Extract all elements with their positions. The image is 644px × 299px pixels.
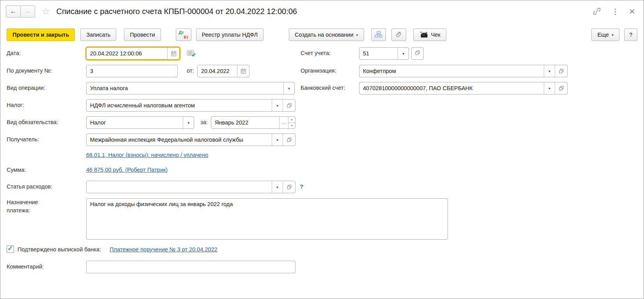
document-form: Дата: Счет учета:: [0, 41, 644, 299]
operation-type-input[interactable]: [87, 82, 283, 94]
organization-label: Организация:: [301, 68, 336, 74]
back-icon: ←: [10, 7, 17, 15]
history-nav: ← →: [6, 5, 35, 18]
tax-label: Налог:: [7, 102, 24, 108]
bank-account-open-button[interactable]: [555, 82, 567, 94]
chevron-down-icon[interactable]: ▾: [272, 181, 283, 193]
forward-icon: →: [25, 7, 31, 15]
settlement-account-link[interactable]: 68.01.1, Налог (взносы): начислено / упл…: [86, 152, 208, 158]
spin-up-icon[interactable]: ▴: [288, 117, 295, 123]
chevron-down-icon[interactable]: ▾: [183, 117, 194, 128]
chevron-down-icon[interactable]: ▾: [544, 65, 555, 77]
recipient-input[interactable]: [87, 134, 272, 146]
bank-account-input[interactable]: [359, 82, 544, 94]
period-spinner: ▴ ▾: [288, 117, 295, 128]
dt-label: Дт: [179, 30, 184, 35]
expense-item-input[interactable]: [87, 181, 272, 193]
payment-purpose-label: Назначение платежа:: [7, 198, 53, 215]
organization-input[interactable]: [359, 65, 544, 77]
recipient-label: Получатель:: [7, 136, 39, 142]
date-field: [86, 47, 180, 60]
account-field: ▾: [359, 47, 409, 60]
bank-account-label: Банковский счет:: [301, 85, 345, 91]
payment-order-link[interactable]: Платежное поручение № 3 от 20.04.2022: [110, 246, 217, 253]
expense-item-hint-icon[interactable]: ?: [300, 183, 303, 190]
chevron-down-icon[interactable]: ▾: [272, 100, 283, 111]
post-and-close-button[interactable]: Провести и закрыть: [7, 28, 75, 41]
liability-type-input[interactable]: [87, 117, 183, 128]
chevron-down-icon: ▾: [356, 33, 358, 37]
create-based-on-label: Создать на основании: [295, 32, 353, 38]
calendar-icon[interactable]: [167, 48, 179, 59]
calendar-icon[interactable]: [237, 65, 249, 77]
open-value-icon: [415, 50, 420, 57]
structure-icon: [375, 31, 382, 39]
bank-account-field: ▾: [359, 82, 568, 94]
operation-type-field: ▾: [86, 82, 295, 94]
doc-number-label: По документу №:: [7, 68, 52, 74]
attachments-button[interactable]: [391, 28, 406, 41]
bank-confirmation-row: ✓ Подтверждено выпиской банка: Платежное…: [7, 246, 218, 253]
chevron-down-icon[interactable]: ▾: [398, 48, 409, 59]
period-input[interactable]: [211, 117, 279, 128]
liability-type-label: Вид обязательства:: [7, 119, 58, 125]
tax-open-button[interactable]: [283, 100, 295, 111]
create-based-on-button[interactable]: Создать на основании ▾: [289, 28, 364, 41]
ndfl-register-button[interactable]: Реестр уплаты НДФЛ: [196, 28, 264, 41]
page-title: Списание с расчетного счета КПБП-000004 …: [57, 7, 297, 16]
more-button[interactable]: Еще ▾: [591, 28, 619, 41]
write-button[interactable]: Записать: [80, 28, 116, 41]
operation-type-label: Вид операции:: [7, 85, 45, 91]
expense-item-field: ▾: [86, 181, 295, 193]
organization-open-button[interactable]: [555, 65, 567, 77]
period-choose-button[interactable]: …: [279, 117, 288, 128]
payment-purpose-textarea[interactable]: Налог на доходы физических лиц за январь…: [86, 198, 448, 240]
favorites-star-icon[interactable]: ☆: [42, 7, 50, 16]
doc-number-input[interactable]: [87, 65, 177, 77]
doc-number-field: [86, 65, 178, 77]
receipt-button[interactable]: Чек: [413, 28, 446, 41]
more-menu-icon[interactable]: ⋮: [612, 7, 619, 16]
comment-field: [86, 261, 295, 273]
spin-down-icon[interactable]: ▾: [288, 123, 295, 129]
posted-document-icon: [187, 50, 196, 59]
doc-date-field: [197, 65, 249, 77]
doc-date-input[interactable]: [198, 65, 237, 77]
close-icon[interactable]: ×: [629, 6, 635, 16]
organization-field: ▾: [359, 65, 568, 77]
back-button[interactable]: ←: [6, 5, 21, 18]
expense-item-open-button[interactable]: [283, 181, 295, 193]
period-field: … ▴ ▾: [211, 116, 295, 129]
comment-input[interactable]: [87, 261, 295, 273]
post-button[interactable]: Провести: [124, 28, 161, 41]
tax-input[interactable]: [87, 100, 272, 111]
recipient-open-button[interactable]: [283, 134, 295, 146]
help-button[interactable]: ?: [624, 28, 637, 41]
expense-item-label: Статья расходов:: [7, 183, 52, 190]
chevron-down-icon: ▾: [612, 33, 614, 37]
toolbar: Провести и закрыть Записать Провести Дт …: [0, 28, 644, 41]
document-window: ← → ☆ Списание с расчетного счета КПБП-0…: [0, 0, 644, 299]
comment-label: Комментарий:: [7, 263, 44, 270]
cash-register-icon: [419, 31, 428, 38]
titlebar-actions: ⋮ ×: [592, 6, 635, 16]
bank-confirmed-checkbox[interactable]: ✓: [7, 246, 14, 253]
account-input[interactable]: [359, 48, 398, 59]
amount-label: Сумма:: [7, 167, 26, 173]
account-open-button[interactable]: [411, 47, 424, 60]
more-label: Еще: [597, 32, 609, 38]
kt-label: Кт: [184, 35, 188, 39]
liability-type-field: ▾: [86, 116, 194, 129]
chevron-down-icon[interactable]: ▾: [283, 82, 294, 94]
document-structure-button[interactable]: [371, 28, 386, 41]
amount-link[interactable]: 46 875,00 руб. (Роберт Патрик): [86, 167, 168, 173]
get-link-icon[interactable]: [592, 7, 602, 16]
doc-date-label: от:: [187, 68, 194, 74]
date-input[interactable]: [87, 48, 167, 59]
chevron-down-icon[interactable]: ▾: [272, 134, 283, 146]
period-label: за:: [200, 119, 208, 125]
account-label: Счет учета:: [301, 50, 331, 56]
dt-kt-postings-button[interactable]: Дт Кт: [176, 28, 191, 41]
forward-button[interactable]: →: [20, 5, 35, 18]
chevron-down-icon[interactable]: ▾: [544, 82, 555, 94]
